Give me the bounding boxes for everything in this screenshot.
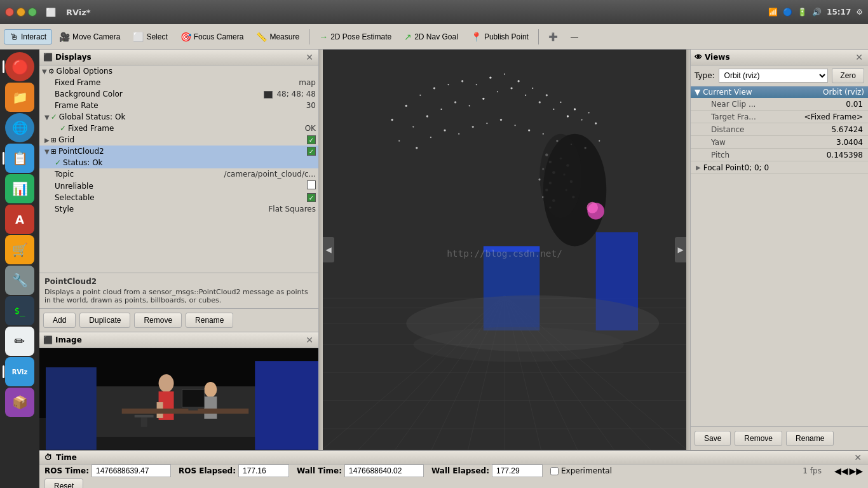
focal-point-arrow[interactable]: ▶ [696,164,701,171]
unreliable-checkbox[interactable] [307,180,316,191]
fixed-frame-label: Fixed Frame [55,78,299,87]
duplicate-button[interactable]: Duplicate [79,313,130,328]
bg-color-row[interactable]: Background Color 48; 48; 48 [39,88,318,100]
grid-checkbox[interactable]: ✓ [307,135,316,145]
pose-estimate-button[interactable]: → 2D Pose Estimate [313,29,397,44]
views-type-select[interactable]: Orbit (rviz) [719,69,829,83]
global-status-arrow[interactable]: ▼ [44,114,50,121]
fixed-frame-ok-row[interactable]: ✓ Fixed Frame OK [39,123,318,134]
time-close-button[interactable]: ✕ [853,452,863,463]
dock-font-viewer[interactable]: A [5,205,34,234]
grid-row[interactable]: ▶ ⊞ Grid ✓ [39,134,318,146]
move-camera-button[interactable]: 🎥 Move Camera [53,29,126,44]
toolbar: 🖱 Interact 🎥 Move Camera ⬜ Select 🎯 Focu… [0,24,868,50]
style-row[interactable]: Style Flat Squares [39,203,318,215]
svg-point-53 [412,126,414,127]
publish-point-button[interactable]: 📍 Publish Point [465,29,534,44]
maximize-window-button[interactable] [28,8,37,17]
dock-ubuntu[interactable]: 🔴 [5,52,34,81]
selectable-label: Selectable [55,193,307,202]
wall-elapsed-label: Wall Elapsed: [431,466,489,475]
ros-time-label: ROS Time: [44,466,89,475]
select-button[interactable]: ⬜ Select [127,29,173,44]
views-buttons: Save Remove Rename [691,426,868,450]
frame-rate-label: Frame Rate [55,101,306,110]
unreliable-row[interactable]: Unreliable [39,180,318,192]
minimize-window-button[interactable] [17,8,25,17]
wall-elapsed-input[interactable] [492,464,543,477]
dock-libreoffice-calc[interactable]: 📊 [5,174,34,203]
views-close-button[interactable]: ✕ [854,52,864,62]
dock-amazon[interactable]: 🛒 [5,235,34,264]
nav-goal-button[interactable]: ↗ 2D Nav Goal [398,29,464,44]
pc2-checkbox[interactable]: ✓ [307,147,316,156]
grid-arrow[interactable]: ▶ [44,137,50,144]
views-title: Views [705,53,730,62]
dock-text-editor[interactable]: ✏️ [5,327,34,356]
global-options-arrow[interactable]: ▼ [42,68,47,75]
add-panel-button[interactable]: ➕ [543,30,564,44]
displays-close-button[interactable]: ✕ [304,52,315,62]
views-rename-button[interactable]: Rename [786,431,834,446]
interact-button[interactable]: 🖱 Interact [4,29,52,44]
measure-button[interactable]: 📏 Measure [250,29,305,44]
svg-point-76 [528,129,530,131]
svg-rect-12 [188,407,198,410]
time-nav-right[interactable]: ▶▶ [849,466,863,476]
rename-button[interactable]: Rename [186,313,233,328]
svg-point-51 [588,112,590,113]
pitch-value: 0.145398 [827,151,863,159]
svg-point-55 [440,109,442,110]
desc-title: PointCloud2 [44,277,313,286]
grid-check-icon: ✓ [307,135,316,144]
selectable-row[interactable]: Selectable ✓ [39,192,318,203]
viewport-arrow-left[interactable]: ◀ [323,237,334,262]
viewport[interactable]: ◀ [323,50,686,450]
unreliable-label: Unreliable [55,182,307,191]
time-nav-left[interactable]: ◀◀ [834,466,848,476]
topic-row[interactable]: Topic /camera/point_cloud/c... [39,168,318,180]
add-button[interactable]: Add [43,313,76,328]
image-close-button[interactable]: ✕ [304,335,315,345]
interact-icon: 🖱 [10,32,18,42]
dock-terminal[interactable]: $_ [5,296,34,325]
viewport-arrow-right[interactable]: ▶ [675,237,686,262]
settings-icon[interactable]: ⚙ [856,8,863,17]
dock-files[interactable]: 📁 [5,83,34,112]
ros-elapsed-input[interactable] [238,464,289,477]
pc2-status-row[interactable]: ✓ Status: Ok [39,157,318,168]
views-remove-button[interactable]: Remove [735,431,782,446]
system-tray: 📶 🔵 🔋 🔊 15:17 ⚙ [768,8,863,17]
experimental-checkbox[interactable] [550,467,559,475]
svg-point-66 [595,122,597,124]
frame-rate-row[interactable]: Frame Rate 30 [39,100,318,111]
experimental-group: Experimental [550,466,612,475]
fixed-frame-row[interactable]: Fixed Frame map [39,77,318,88]
dock-libreoffice-writer[interactable]: 📋 [5,144,34,173]
selectable-checkbox[interactable]: ✓ [307,193,316,203]
zero-button[interactable]: Zero [832,68,864,83]
dock-system-settings[interactable]: 🔧 [5,266,34,295]
views-save-button[interactable]: Save [695,431,731,446]
focus-icon: 🎯 [180,32,191,42]
global-options-row[interactable]: ▼ ⚙ Global Options [39,65,318,77]
layout-button[interactable]: — [565,30,584,44]
current-view-header[interactable]: ▼ Current View Orbit (rviz) [691,86,868,98]
target-frame-row: Target Fra... <Fixed Frame> [691,111,868,123]
svg-point-75 [514,125,515,126]
focus-camera-button[interactable]: 🎯 Focus Camera [175,29,250,44]
pointcloud2-row[interactable]: ▼ ⊞ PointCloud2 ✓ [39,146,318,157]
ros-time-input[interactable] [92,464,171,477]
dock-package[interactable]: 📦 [5,388,34,417]
global-status-row[interactable]: ▼ ✓ Global Status: Ok [39,111,318,123]
dock-rviz[interactable]: RViz [5,357,34,386]
dock-browser[interactable]: 🌐 [5,113,34,142]
reset-button[interactable]: Reset [44,478,83,488]
svg-rect-14 [141,417,147,427]
wall-time-input[interactable] [344,464,424,477]
pc2-arrow[interactable]: ▼ [44,148,50,155]
close-window-button[interactable] [5,8,14,17]
remove-button[interactable]: Remove [134,313,182,328]
content-area: ⬛ Displays ✕ ▼ ⚙ Global Options Fi [39,50,868,488]
distance-label: Distance [703,125,831,134]
